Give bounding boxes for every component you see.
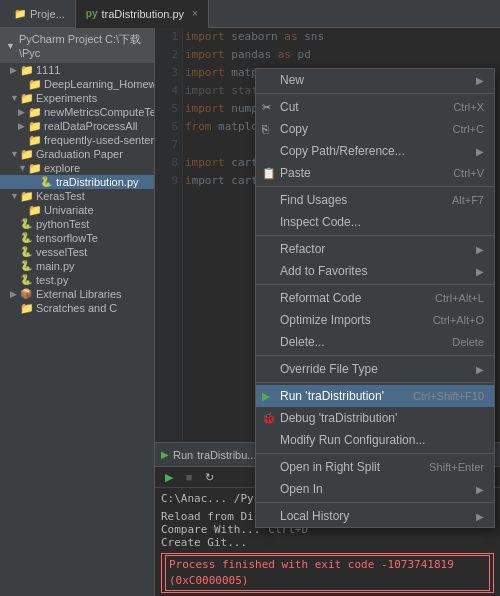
tree-item-tradistribution[interactable]: 🐍 traDistribution.py — [0, 175, 154, 189]
paste-icon: 📋 — [262, 167, 276, 180]
tab-project[interactable]: 📁 Proje... — [4, 0, 76, 28]
submenu-arrow-icon: ▶ — [476, 266, 484, 277]
line-num-3: 3 — [155, 64, 182, 82]
tree-label: realDataProcessAll — [44, 120, 138, 132]
tree-item-graduation[interactable]: ▼ 📁 Graduation Paper — [0, 147, 154, 161]
tree-label: frequently-used-sentence — [44, 134, 154, 146]
tree-item-explore[interactable]: ▼ 📁 explore — [0, 161, 154, 175]
run-tab[interactable]: ▶ Run traDistribu... — [161, 449, 256, 461]
line-num-5: 5 — [155, 100, 182, 118]
project-title: PyCharm Project C:\下载\Pyc — [19, 32, 148, 59]
compare-label[interactable]: Compare With... — [161, 523, 260, 536]
tree-label: explore — [44, 162, 80, 174]
tree-item-deeplearning[interactable]: 📁 DeepLearning_Homework — [0, 77, 154, 91]
tab-close-button[interactable]: × — [192, 8, 198, 19]
folder-icon: 📁 — [20, 190, 34, 202]
tree-label: pythonTest — [36, 218, 89, 230]
project-header: ▼ PyCharm Project C:\下载\Pyc — [0, 28, 154, 63]
submenu-arrow-icon: ▶ — [476, 146, 484, 157]
copy-icon: ⎘ — [262, 123, 269, 135]
menu-item-run[interactable]: ▶ Run 'traDistribution' Ctrl+Shift+F10 — [256, 385, 494, 407]
tree-label: test.py — [36, 274, 68, 286]
tree-item-1111[interactable]: ▶ 📁 1111 — [0, 63, 154, 77]
menu-item-new[interactable]: New ▶ — [256, 69, 494, 91]
menu-label: Open In — [280, 482, 323, 496]
folder-icon: 📁 — [28, 162, 42, 174]
menu-label: Modify Run Configuration... — [280, 433, 425, 447]
context-menu: New ▶ ✂ Cut Ctrl+X ⎘ Copy Ctrl+C Copy Pa… — [255, 68, 495, 528]
tree-item-test[interactable]: 🐍 test.py — [0, 273, 154, 287]
tree-item-pythontest[interactable]: 🐍 pythonTest — [0, 217, 154, 231]
menu-item-local-history[interactable]: Local History ▶ — [256, 505, 494, 527]
menu-label: Copy — [280, 122, 308, 136]
tree-item-experiments[interactable]: ▼ 📁 Experiments — [0, 91, 154, 105]
menu-item-add-favorites[interactable]: Add to Favorites ▶ — [256, 260, 494, 282]
menu-item-copy[interactable]: ⎘ Copy Ctrl+C — [256, 118, 494, 140]
tree-item-univariate[interactable]: 📁 Univariate — [0, 203, 154, 217]
folder-icon: 📁 — [20, 64, 34, 76]
menu-item-open-in[interactable]: Open In ▶ — [256, 478, 494, 500]
menu-item-optimize-imports[interactable]: Optimize Imports Ctrl+Alt+O — [256, 309, 494, 331]
tree-item-frequently[interactable]: 📁 frequently-used-sentence — [0, 133, 154, 147]
menu-separator — [256, 382, 494, 383]
shortcut-label: Ctrl+V — [453, 167, 484, 179]
menu-item-cut[interactable]: ✂ Cut Ctrl+X — [256, 96, 494, 118]
tree-item-newmetrics[interactable]: ▶ 📁 newMetricsComputeTest — [0, 105, 154, 119]
py-file-icon: 🐍 — [20, 274, 34, 286]
menu-separator — [256, 284, 494, 285]
menu-item-delete[interactable]: Delete... Delete — [256, 331, 494, 353]
editor-area[interactable]: 1 2 3 4 5 6 7 8 9 import seaborn as sns … — [155, 28, 500, 596]
menu-item-find-usages[interactable]: Find Usages Alt+F7 — [256, 189, 494, 211]
menu-label: Debug 'traDistribution' — [280, 411, 397, 425]
line-num-2: 2 — [155, 46, 182, 64]
menu-item-open-right[interactable]: Open in Right Split Shift+Enter — [256, 456, 494, 478]
run-tab-file: traDistribu... — [197, 449, 256, 461]
tree-label: main.py — [36, 260, 75, 272]
project-arrow-icon: ▼ — [6, 41, 15, 51]
run-play-button[interactable]: ▶ — [161, 469, 177, 485]
folder-icon: 📁 — [28, 120, 42, 132]
menu-item-copy-path[interactable]: Copy Path/Reference... ▶ — [256, 140, 494, 162]
tree-item-tensorflow[interactable]: 🐍 tensorflowTe — [0, 231, 154, 245]
run-rerun-button[interactable]: ↻ — [201, 469, 217, 485]
tree-label: 1111 — [36, 64, 60, 76]
file-tab-label: traDistribution.py — [102, 8, 185, 20]
tree-label: External Libraries — [36, 288, 122, 300]
main-layout: ▼ PyCharm Project C:\下载\Pyc ▶ 📁 1111 📁 D… — [0, 28, 500, 596]
tree-arrow: ▶ — [18, 121, 28, 131]
menu-item-refactor[interactable]: Refactor ▶ — [256, 238, 494, 260]
tree-item-keras[interactable]: ▼ 📁 KerasTest — [0, 189, 154, 203]
menu-item-reformat[interactable]: Reformat Code Ctrl+Alt+L — [256, 287, 494, 309]
project-tree-panel: ▼ PyCharm Project C:\下载\Pyc ▶ 📁 1111 📁 D… — [0, 28, 155, 596]
menu-separator — [256, 453, 494, 454]
menu-item-inspect-code[interactable]: Inspect Code... — [256, 211, 494, 233]
tab-file[interactable]: py traDistribution.py × — [76, 0, 209, 28]
menu-separator — [256, 355, 494, 356]
run-stop-button[interactable]: ■ — [181, 469, 197, 485]
tree-arrow: ▼ — [10, 149, 20, 159]
folder-icon: 📁 — [20, 302, 34, 314]
menu-item-paste[interactable]: 📋 Paste Ctrl+V — [256, 162, 494, 184]
create-git-item[interactable]: Create Git... — [161, 536, 494, 549]
tree-item-main[interactable]: 🐍 main.py — [0, 259, 154, 273]
line-num-1: 1 — [155, 28, 182, 46]
menu-item-debug[interactable]: 🐞 Debug 'traDistribution' — [256, 407, 494, 429]
menu-label: Reformat Code — [280, 291, 361, 305]
shortcut-label: Ctrl+Alt+L — [435, 292, 484, 304]
line-num-9: 9 — [155, 172, 182, 190]
tree-item-vessel[interactable]: 🐍 vesselTest — [0, 245, 154, 259]
menu-separator — [256, 235, 494, 236]
menu-item-override-file-type[interactable]: Override File Type ▶ — [256, 358, 494, 380]
tree-item-scratches[interactable]: 📁 Scratches and C — [0, 301, 154, 315]
tree-item-realdata[interactable]: ▶ 📁 realDataProcessAll — [0, 119, 154, 133]
tree-item-external[interactable]: ▶ 📦 External Libraries — [0, 287, 154, 301]
menu-label: Add to Favorites — [280, 264, 367, 278]
line-num-8: 8 — [155, 154, 182, 172]
reload-label: Reload from Disk — [161, 510, 267, 523]
menu-item-modify-run[interactable]: Modify Run Configuration... — [256, 429, 494, 451]
tab-bar: 📁 Proje... py traDistribution.py × — [0, 0, 500, 28]
tree-arrow: ▼ — [10, 191, 20, 201]
debug-icon: 🐞 — [262, 412, 276, 425]
shortcut-label: Ctrl+Shift+F10 — [413, 390, 484, 402]
project-tab-label: Proje... — [30, 8, 65, 20]
